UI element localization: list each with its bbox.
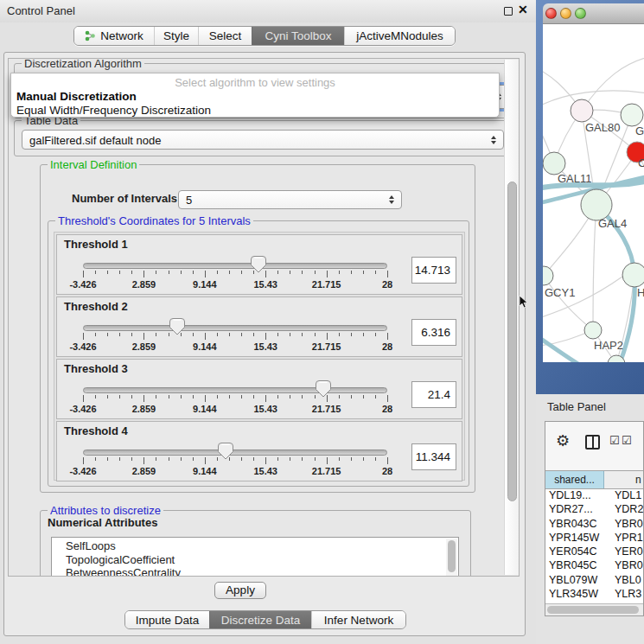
threshold-value-field[interactable]: 21.4 bbox=[411, 381, 456, 408]
table-cell[interactable]: YPR1 bbox=[604, 532, 643, 545]
close-traffic-light-icon[interactable] bbox=[545, 8, 557, 19]
tab-network[interactable]: Network bbox=[74, 27, 154, 45]
table-row[interactable]: YPR145W YPR1 bbox=[545, 532, 643, 545]
table-row[interactable]: YLR345W YLR3 bbox=[545, 588, 643, 602]
number-of-intervals-combo[interactable]: 5 bbox=[178, 190, 402, 209]
list-item[interactable]: SelfLoops bbox=[52, 539, 458, 553]
network-node[interactable] bbox=[581, 189, 612, 220]
slider-tick bbox=[95, 271, 96, 274]
dropdown-option-manual[interactable]: Manual Discretization bbox=[16, 90, 137, 103]
slider-tick bbox=[217, 271, 218, 274]
slider-tick bbox=[119, 271, 120, 274]
table-cell[interactable]: YDL1 bbox=[604, 489, 643, 503]
dropdown-option-equal-width[interactable]: Equal Width/Frequency Discretization bbox=[16, 104, 211, 117]
tab-infer-network[interactable]: Infer Network bbox=[311, 611, 405, 628]
table-cell[interactable]: YBR045C bbox=[545, 559, 604, 573]
list-item[interactable]: TopologicalCoefficient bbox=[52, 553, 458, 567]
table-row[interactable]: YBR045C YBR0 bbox=[545, 559, 643, 573]
slider-tick-label: 28 bbox=[382, 341, 392, 352]
slider-tick bbox=[131, 333, 132, 336]
threshold-value-field[interactable]: 14.713 bbox=[411, 257, 456, 284]
network-canvas[interactable]: GAL80 G C GAL11 GAL4 GCY1 H HAP2 bbox=[543, 24, 644, 362]
table-cell[interactable]: YDL19... bbox=[545, 489, 604, 503]
table-cell[interactable]: YBR043C bbox=[545, 518, 604, 532]
table-scrollbar-thumb[interactable] bbox=[547, 606, 639, 614]
slider-tick bbox=[363, 457, 364, 461]
list-item[interactable]: BetweennessCentrality bbox=[52, 566, 458, 577]
slider-tick-label: 9.144 bbox=[193, 341, 217, 352]
select-checkbox-icon[interactable]: ☑ bbox=[609, 434, 620, 447]
slider-tick bbox=[143, 457, 144, 464]
table-data-combo[interactable]: galFiltered.sif default node bbox=[22, 130, 504, 150]
slider-tick bbox=[277, 457, 278, 461]
slider: -3.4262.8599.14415.4321.71528 bbox=[83, 297, 387, 358]
tab-cyni-toolbox[interactable]: Cyni Toolbox bbox=[252, 27, 344, 45]
list-scrollbar-thumb[interactable] bbox=[448, 540, 456, 572]
apply-button[interactable]: Apply bbox=[214, 582, 266, 599]
select-checkbox-icon[interactable]: ☑ bbox=[622, 434, 632, 447]
zoom-traffic-light-icon[interactable] bbox=[575, 8, 586, 19]
threshold-value-field[interactable]: 11.344 bbox=[411, 443, 456, 470]
slider-tick bbox=[351, 457, 352, 461]
table-row[interactable]: YBL079W YBL0 bbox=[545, 574, 643, 588]
table-cell[interactable]: YER0 bbox=[604, 545, 643, 559]
slider-tick bbox=[229, 395, 230, 399]
slider-tick-label: 15.43 bbox=[253, 466, 277, 476]
table-cell[interactable]: YPR145W bbox=[545, 532, 604, 545]
network-node[interactable] bbox=[543, 266, 553, 285]
network-node[interactable] bbox=[621, 104, 643, 126]
node-label: GCY1 bbox=[545, 286, 575, 299]
slider-tick bbox=[205, 333, 206, 340]
close-icon[interactable]: ✕ bbox=[518, 3, 528, 16]
slider-track[interactable] bbox=[83, 387, 387, 393]
settings-scrollbar[interactable] bbox=[504, 60, 519, 575]
network-node[interactable] bbox=[571, 99, 593, 122]
slider-tick bbox=[253, 457, 254, 461]
tab-jactivemnodules[interactable]: jActiveMNodules bbox=[344, 27, 455, 45]
table-panel-title: Table Panel bbox=[547, 400, 606, 413]
slider-tick-label: 21.715 bbox=[312, 279, 341, 290]
gear-icon[interactable]: ⚙ bbox=[556, 431, 570, 450]
table-cell[interactable]: YER054C bbox=[545, 545, 604, 559]
table-cell[interactable]: YBR0 bbox=[604, 559, 643, 573]
slider-tick bbox=[375, 271, 376, 274]
slider-tick bbox=[156, 271, 156, 274]
slider-track[interactable] bbox=[83, 263, 387, 269]
dropdown-placeholder: Select algorithm to view settings bbox=[11, 76, 499, 89]
tab-impute-data[interactable]: Impute Data bbox=[125, 611, 209, 628]
slider-track[interactable] bbox=[83, 450, 387, 456]
slider-track[interactable] bbox=[83, 325, 387, 331]
minimize-traffic-light-icon[interactable] bbox=[560, 8, 571, 19]
node-label: C bbox=[638, 156, 644, 169]
list-scrollbar[interactable] bbox=[446, 539, 457, 577]
network-nodes[interactable] bbox=[543, 99, 644, 362]
table-cell[interactable]: YDR27... bbox=[545, 503, 604, 517]
tab-select[interactable]: Select bbox=[198, 27, 252, 45]
table-cell[interactable]: YLR345W bbox=[545, 588, 604, 602]
slider-tick bbox=[363, 395, 364, 399]
table-cell[interactable]: YBL079W bbox=[545, 574, 604, 588]
table-row[interactable]: YDL19... YDL1 bbox=[545, 489, 643, 503]
slider-tick bbox=[327, 457, 328, 464]
slider-tick bbox=[217, 457, 218, 461]
tab-style[interactable]: Style bbox=[154, 27, 198, 45]
column-header-shared[interactable]: shared... bbox=[545, 471, 604, 488]
column-layout-icon[interactable] bbox=[585, 435, 600, 450]
table-cell[interactable]: YBR0 bbox=[604, 518, 643, 532]
float-window-icon[interactable] bbox=[504, 7, 513, 16]
network-node[interactable] bbox=[584, 322, 602, 339]
table-cell[interactable]: YLR3 bbox=[604, 588, 643, 602]
slider-tick-label: 2.859 bbox=[132, 404, 156, 414]
table-row[interactable]: YDR27... YDR2 bbox=[545, 503, 643, 517]
table-horizontal-scrollbar[interactable] bbox=[545, 603, 643, 615]
table-cell[interactable]: YBL0 bbox=[604, 574, 643, 588]
table-cell[interactable]: YDR2 bbox=[604, 503, 643, 517]
table-row[interactable]: YBR043C YBR0 bbox=[545, 518, 643, 532]
threshold-value-field[interactable]: 6.316 bbox=[411, 319, 456, 346]
tab-label: Cyni Toolbox bbox=[265, 29, 331, 42]
column-header-name[interactable]: n bbox=[604, 471, 643, 488]
settings-scrollbar-thumb[interactable] bbox=[507, 182, 517, 501]
tab-discretize-data[interactable]: Discretize Data bbox=[209, 611, 311, 628]
table-row[interactable]: YER054C YER0 bbox=[545, 545, 643, 559]
network-node[interactable] bbox=[622, 263, 644, 287]
